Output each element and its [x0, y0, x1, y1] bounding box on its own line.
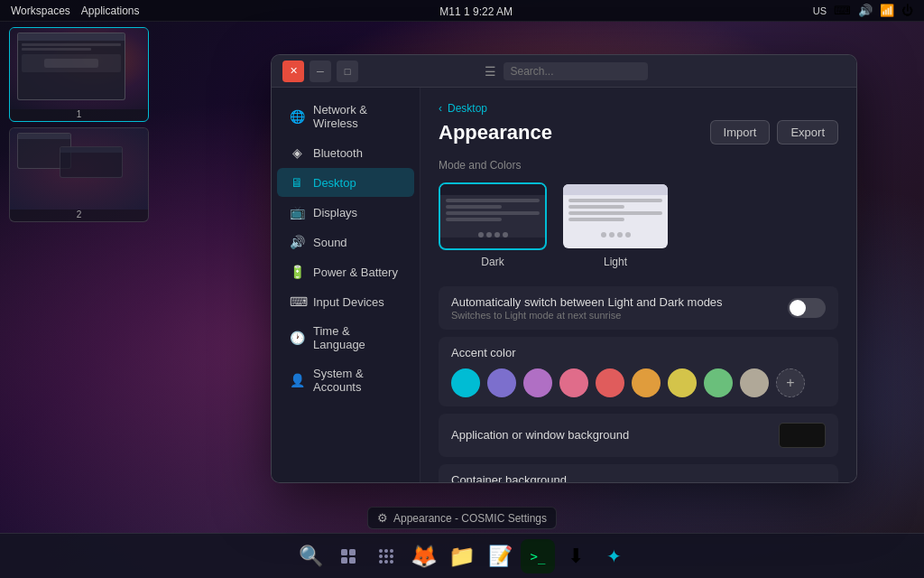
app-bg-row: Application or window background — [439, 414, 838, 457]
network-icon[interactable]: 📶 — [880, 4, 894, 17]
sidebar-toggle-icon[interactable]: ☰ — [485, 64, 496, 79]
desktop-sidebar-icon: 🖥 — [290, 175, 304, 190]
svg-rect-1 — [349, 549, 356, 555]
power-icon[interactable]: ⏻ — [901, 4, 913, 17]
breadcrumb-parent-link[interactable]: Desktop — [448, 102, 487, 115]
dark-mode-thumb[interactable] — [439, 182, 547, 250]
light-mode-thumb[interactable] — [561, 182, 670, 250]
svg-point-6 — [390, 549, 393, 553]
mode-selector: Dark — [439, 182, 838, 268]
accent-swatch-yellow[interactable] — [668, 368, 697, 397]
sidebar-item-input[interactable]: ⌨ Input Devices — [277, 287, 414, 316]
taskbar-files[interactable]: 📁 — [445, 539, 479, 573]
page-title-row: Appearance Import Export — [439, 120, 838, 144]
accent-swatch-orange[interactable] — [632, 368, 661, 397]
topbar-clock: M11 1 9:22 AM — [143, 3, 809, 19]
export-button[interactable]: Export — [777, 120, 838, 144]
svg-point-4 — [379, 549, 383, 553]
app-bg-color-picker[interactable] — [779, 423, 826, 448]
settings-sidebar: 🌐 Network & Wireless ◈ Bluetooth 🖥 Deskt… — [272, 88, 420, 482]
accent-swatch-green[interactable] — [704, 368, 733, 397]
window-body: 🌐 Network & Wireless ◈ Bluetooth 🖥 Deskt… — [272, 88, 856, 482]
taskbar-app-grid[interactable] — [369, 539, 403, 573]
sound-sidebar-icon: 🔊 — [290, 235, 304, 249]
network-sidebar-icon: 🌐 — [290, 109, 304, 124]
taskbar-workspace-switcher[interactable] — [331, 539, 365, 573]
mode-option-dark[interactable]: Dark — [439, 182, 547, 268]
taskbar-cosmic[interactable]: ✦ — [596, 539, 631, 573]
auto-switch-toggle[interactable] — [788, 298, 826, 318]
locale-indicator: US — [813, 5, 827, 16]
page-title: Appearance — [439, 121, 552, 144]
dark-mode-label: Dark — [481, 256, 504, 268]
search-input[interactable] — [504, 62, 648, 80]
title-buttons: Import Export — [710, 120, 838, 144]
taskbar-firefox[interactable]: 🦊 — [407, 539, 441, 573]
sidebar-item-bluetooth-label: Bluetooth — [313, 146, 363, 160]
window-maximize-button[interactable]: □ — [337, 61, 358, 82]
taskbar-downloader[interactable]: ⬇ — [559, 539, 593, 573]
accent-swatch-violet[interactable] — [523, 368, 552, 397]
auto-switch-label: Automatically switch between Light and D… — [451, 295, 788, 309]
window-controls: ✕ ─ □ — [282, 61, 358, 82]
sidebar-item-displays[interactable]: 📺 Displays — [277, 198, 414, 227]
auto-switch-row: Automatically switch between Light and D… — [439, 286, 838, 330]
sidebar-item-time[interactable]: 🕐 Time & Language — [277, 317, 414, 359]
keyboard-icon: ⌨ — [834, 4, 851, 17]
workspace-1[interactable]: 1 — [9, 27, 149, 122]
applications-menu[interactable]: Applications — [81, 5, 140, 17]
import-button[interactable]: Import — [710, 120, 771, 144]
taskbar-app-launcher[interactable]: 🔍 — [293, 539, 328, 573]
sidebar-item-bluetooth[interactable]: ◈ Bluetooth — [277, 138, 414, 167]
sidebar-item-desktop[interactable]: 🖥 Desktop — [277, 168, 414, 197]
light-mode-label: Light — [604, 256, 627, 268]
svg-point-12 — [390, 560, 393, 564]
sidebar-item-system[interactable]: 👤 System & Accounts — [277, 359, 414, 401]
sidebar-item-power[interactable]: 🔋 Power & Battery — [277, 257, 414, 286]
input-sidebar-icon: ⌨ — [290, 294, 304, 309]
topbar-right: US ⌨ 🔊 📶 ⏻ — [813, 4, 913, 17]
accent-swatch-sand[interactable] — [740, 368, 769, 397]
svg-point-7 — [379, 555, 383, 558]
main-content: ‹ Desktop Appearance Import Export Mode … — [420, 88, 856, 482]
volume-icon[interactable]: 🔊 — [858, 4, 873, 17]
accent-add-button[interactable]: + — [776, 368, 805, 397]
taskbar-terminal[interactable]: >_ — [521, 539, 555, 573]
mode-option-light[interactable]: Light — [561, 182, 670, 268]
workspace-2[interactable]: 2 — [9, 127, 149, 222]
time-sidebar-icon: 🕐 — [290, 331, 304, 345]
svg-point-9 — [390, 555, 393, 558]
workspace-panel: 1 2 — [9, 27, 149, 222]
app-grid-icon — [377, 547, 395, 565]
svg-point-8 — [384, 555, 388, 558]
accent-swatch-purple[interactable] — [487, 368, 516, 397]
window-titlebar: ✕ ─ □ ☰ — [272, 55, 856, 88]
bluetooth-sidebar-icon: ◈ — [290, 145, 304, 160]
accent-swatch-red[interactable] — [596, 368, 624, 397]
auto-switch-desc: Switches to Light mode at next sunrise — [451, 310, 788, 321]
sidebar-item-network[interactable]: 🌐 Network & Wireless — [277, 96, 414, 137]
accent-color-section: Accent color + — [451, 346, 826, 397]
settings-icon: ⚙ — [377, 511, 388, 525]
topbar: Workspaces Applications M11 1 9:22 AM US… — [0, 0, 924, 22]
workspace-2-num: 2 — [77, 210, 82, 219]
section-mode-colors: Mode and Colors — [439, 159, 838, 172]
sidebar-item-sound-label: Sound — [313, 236, 347, 249]
sidebar-item-network-label: Network & Wireless — [313, 103, 402, 130]
accent-swatch-pink[interactable] — [559, 368, 588, 397]
auto-switch-info: Automatically switch between Light and D… — [451, 295, 788, 321]
window-close-button[interactable]: ✕ — [282, 61, 304, 82]
accent-swatch-cyan[interactable] — [451, 368, 480, 397]
svg-rect-0 — [341, 549, 347, 555]
workspaces-menu[interactable]: Workspaces — [11, 5, 70, 17]
sidebar-item-desktop-label: Desktop — [313, 176, 356, 190]
sidebar-item-power-label: Power & Battery — [313, 266, 398, 279]
topbar-left: Workspaces Applications — [11, 5, 140, 17]
window-taskbar-label[interactable]: ⚙ Appearance - COSMIC Settings — [367, 507, 557, 529]
svg-rect-2 — [341, 557, 347, 564]
accent-color-label: Accent color — [451, 346, 826, 359]
taskbar-notes[interactable]: 📝 — [483, 539, 517, 573]
sidebar-item-sound[interactable]: 🔊 Sound — [277, 228, 414, 256]
taskbar: 🔍 🦊 📁 📝 >_ ⬇ ✦ — [0, 533, 924, 578]
window-minimize-button[interactable]: ─ — [310, 61, 331, 82]
